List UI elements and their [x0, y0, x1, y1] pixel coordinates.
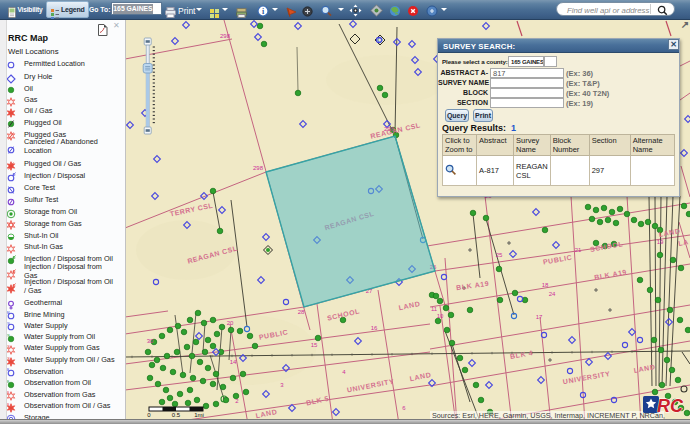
svg-text:RC: RC	[657, 396, 684, 416]
svg-text:1mi: 1mi	[194, 412, 204, 418]
svg-text:28: 28	[298, 309, 305, 315]
svg-text:19: 19	[657, 239, 664, 245]
svg-text:25: 25	[496, 252, 503, 258]
svg-text:15: 15	[311, 342, 318, 348]
svg-text:21: 21	[575, 247, 582, 253]
svg-text:0.5: 0.5	[172, 412, 181, 418]
svg-text:16: 16	[371, 325, 378, 331]
svg-text:298: 298	[220, 33, 231, 39]
svg-text:Sources: Esri, HERE, Garmin, U: Sources: Esri, HERE, Garmin, USGS, Inter…	[432, 411, 665, 419]
svg-text:↗: ↗	[681, 20, 689, 30]
svg-text:11: 11	[431, 306, 438, 312]
svg-text:20: 20	[227, 320, 234, 326]
svg-text:17: 17	[536, 314, 543, 320]
svg-text:30: 30	[147, 338, 154, 344]
svg-text:24: 24	[549, 291, 556, 297]
svg-text:14: 14	[230, 359, 237, 365]
svg-text:18: 18	[542, 282, 549, 288]
svg-text:298: 298	[253, 165, 264, 171]
svg-text:10: 10	[437, 313, 444, 319]
